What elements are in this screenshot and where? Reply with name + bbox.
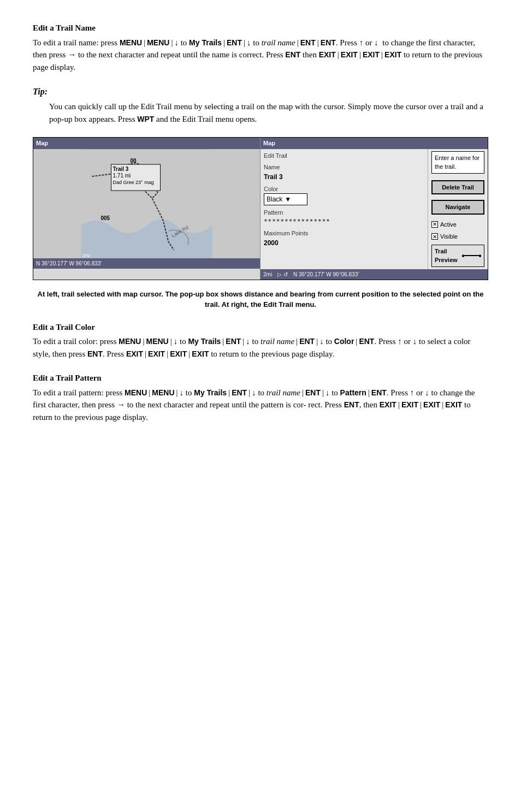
- key-exit3: EXIT: [363, 50, 380, 59]
- key2-ent2: ENT: [299, 337, 315, 346]
- navigate-button[interactable]: Navigate: [431, 200, 484, 215]
- svg-text:00: 00: [131, 158, 137, 164]
- map-left-content: Lake Rd Trail 3 1.71 mi Dad Gree 23° mag…: [33, 149, 260, 258]
- tip-text: You can quickly call up the Edit Trail m…: [49, 100, 488, 125]
- trail-name-italic1: trail name: [262, 38, 295, 47]
- nav-arrows: ▷ ↺: [277, 270, 288, 278]
- map-left-header: Map: [33, 138, 260, 149]
- key-menu2: MENU: [147, 38, 169, 47]
- key-ent1: ENT: [227, 38, 242, 47]
- edit-maxpoints-label: Maximum Points: [264, 229, 424, 238]
- svg-text:005: 005: [101, 215, 110, 221]
- key-mytrails: My Trails: [189, 38, 222, 47]
- key3-exit2: EXIT: [401, 400, 418, 409]
- section-edit-trail-color: Edit a Trail Color To edit a trail color…: [33, 321, 488, 360]
- active-checkbox-row: ✕ Active: [431, 220, 484, 229]
- key3-exit1: EXIT: [380, 400, 396, 409]
- key2-exit2: EXIT: [148, 349, 165, 358]
- edit-right-panel: Map Edit Trail Name Trail 3 Color Black …: [260, 138, 488, 280]
- key-menu1: MENU: [120, 38, 142, 47]
- map-left-coords-bar: N 36°20.177' W 96°06.833': [33, 258, 260, 269]
- edit-color-label: Color: [264, 185, 424, 194]
- edit-color-row: Color Black ▼: [264, 185, 424, 206]
- map-left-panel: Map Lake Rd Trail 3 1.71 mi Dad Gree 23°…: [33, 138, 260, 280]
- section3-paragraph: To edit a trail pattern: press MENU | ME…: [33, 387, 488, 424]
- svg-text:Dad Gree 23° mag: Dad Gree 23° mag: [113, 180, 154, 185]
- edit-pattern-label: Pattern: [264, 208, 424, 217]
- section-edit-trail-name: Edit a Trail Name To edit a trail name: …: [33, 22, 488, 73]
- key2-ent1: ENT: [226, 337, 241, 346]
- key3-pattern: Pattern: [340, 388, 366, 397]
- section-edit-trail-pattern: Edit a Trail Pattern To edit a trail pat…: [33, 372, 488, 423]
- tip-title: Tip:: [33, 85, 488, 98]
- key3-exit4: EXIT: [445, 400, 462, 409]
- key2-ent4: ENT: [87, 349, 103, 358]
- map-left-coords: N 36°20.177' W 96°06.833': [36, 259, 102, 268]
- svg-text:2mi: 2mi: [82, 253, 91, 258]
- map-left-svg: Lake Rd Trail 3 1.71 mi Dad Gree 23° mag…: [33, 149, 260, 258]
- edit-body: Edit Trail Name Trail 3 Color Black ▼ Pa…: [260, 149, 488, 269]
- key3-ent1: ENT: [232, 388, 247, 397]
- section1-title: Edit a Trail Name: [33, 22, 488, 34]
- right-coords: N 36°20.177' W 96°06.833': [293, 270, 359, 278]
- delete-trail-button[interactable]: Delete Trail: [431, 180, 484, 195]
- key-exit1: EXIT: [319, 50, 336, 59]
- trail-preview-box: Trail Preview: [431, 245, 484, 267]
- trail-preview-label: Trail Preview: [435, 247, 462, 265]
- key-ent3: ENT: [321, 38, 336, 47]
- key3-menu1: MENU: [125, 388, 147, 397]
- trail-preview-line: [464, 255, 479, 256]
- edit-name-value[interactable]: Trail 3: [264, 172, 424, 182]
- key3-menu2: MENU: [152, 388, 174, 397]
- trail-name-italic3: trail name: [267, 388, 300, 397]
- visible-checkbox-row: ✕ Visible: [431, 232, 484, 241]
- svg-text:Trail 3: Trail 3: [113, 166, 129, 172]
- key3-ent3: ENT: [371, 388, 387, 397]
- active-label: Active: [440, 220, 457, 229]
- edit-name-label: Name: [264, 163, 424, 172]
- key-ent2: ENT: [300, 38, 316, 47]
- key3-ent4: ENT: [344, 400, 359, 409]
- edit-color-value: Black: [267, 194, 282, 204]
- figure-caption: At left, trail selected with map cursor.…: [33, 289, 488, 310]
- key2-exit3: EXIT: [170, 349, 187, 358]
- key-wpt: WPT: [137, 115, 154, 123]
- edit-name-row: Name Trail 3: [264, 163, 424, 182]
- edit-trail-label: Edit Trail: [264, 151, 424, 161]
- section3-title: Edit a Trail Pattern: [33, 372, 488, 384]
- edit-maxpoints-value[interactable]: 2000: [264, 238, 424, 248]
- key-ent4: ENT: [285, 50, 300, 59]
- or-text: or: [404, 337, 411, 346]
- edit-right-coords-bar: 2mi ▷ ↺ N 36°20.177' W 96°06.833': [260, 269, 488, 280]
- right-scale: 2mi: [263, 270, 272, 278]
- edit-main-fields: Edit Trail Name Trail 3 Color Black ▼ Pa…: [260, 149, 428, 269]
- visible-label: Visible: [440, 232, 458, 241]
- trail-name-italic2: trail name: [260, 337, 294, 346]
- key2-mytrails: My Trails: [188, 337, 221, 346]
- key2-ent3: ENT: [359, 337, 374, 346]
- edit-pattern-row: Pattern ****************: [264, 208, 424, 226]
- section1-paragraph: To edit a trail name: press MENU | MENU …: [33, 37, 488, 74]
- key-exit4: EXIT: [384, 50, 401, 59]
- edit-pattern-value[interactable]: ****************: [264, 217, 424, 227]
- key3-exit3: EXIT: [423, 400, 440, 409]
- edit-color-dropdown[interactable]: Black ▼: [264, 193, 307, 205]
- figure-container: Map Lake Rd Trail 3 1.71 mi Dad Gree 23°…: [33, 137, 488, 280]
- key2-exit1: EXIT: [126, 349, 143, 358]
- key3-mytrails: My Trails: [194, 388, 227, 397]
- svg-text:1.71 mi: 1.71 mi: [113, 173, 131, 179]
- edit-right-header: Map: [260, 138, 488, 149]
- tip-section: Tip: You can quickly call up the Edit Tr…: [33, 85, 488, 125]
- visible-checkbox[interactable]: ✕: [431, 233, 438, 240]
- section2-title: Edit a Trail Color: [33, 321, 488, 334]
- trail-preview-dot-right: [479, 254, 481, 257]
- tip-body: You can quickly call up the Edit Trail m…: [33, 100, 488, 125]
- key2-exit4: EXIT: [192, 349, 209, 358]
- tooltip-box: Enter a name for the trail.: [431, 151, 484, 174]
- key2-menu2: MENU: [146, 337, 169, 346]
- key2-color: Color: [334, 337, 354, 346]
- edit-maxpoints-row: Maximum Points 2000: [264, 229, 424, 248]
- dropdown-arrow: ▼: [285, 194, 291, 204]
- edit-sidebar: Enter a name for the trail. Delete Trail…: [428, 149, 488, 269]
- active-checkbox[interactable]: ✕: [431, 221, 438, 228]
